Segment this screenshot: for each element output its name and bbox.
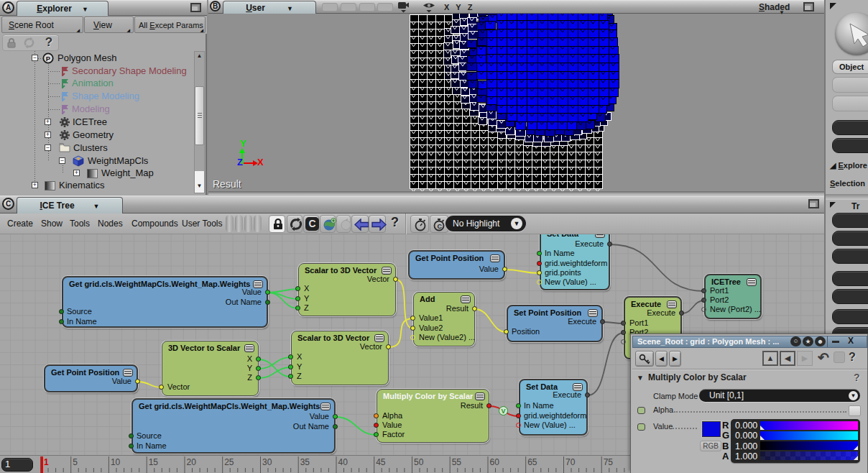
svg-text:30: 30 <box>262 457 272 467</box>
svg-text:20: 20 <box>187 457 197 467</box>
svg-text:X: X <box>257 157 264 167</box>
svg-text:5: 5 <box>73 457 78 467</box>
svg-text:70: 70 <box>565 457 576 467</box>
svg-text:75: 75 <box>604 457 614 467</box>
svg-text:Y: Y <box>240 138 246 149</box>
svg-text:C: C <box>438 223 443 230</box>
svg-text:Z: Z <box>237 157 243 167</box>
svg-text:40: 40 <box>338 457 348 467</box>
svg-text:15: 15 <box>149 457 159 467</box>
svg-text:65: 65 <box>527 457 537 467</box>
svg-text:10: 10 <box>111 457 121 467</box>
svg-text:25: 25 <box>224 457 234 467</box>
svg-text:60: 60 <box>490 457 500 467</box>
svg-text:55: 55 <box>452 457 462 467</box>
svg-text:45: 45 <box>376 457 386 467</box>
svg-text:P: P <box>46 55 51 63</box>
svg-text:35: 35 <box>300 457 310 467</box>
svg-text:50: 50 <box>414 457 424 467</box>
